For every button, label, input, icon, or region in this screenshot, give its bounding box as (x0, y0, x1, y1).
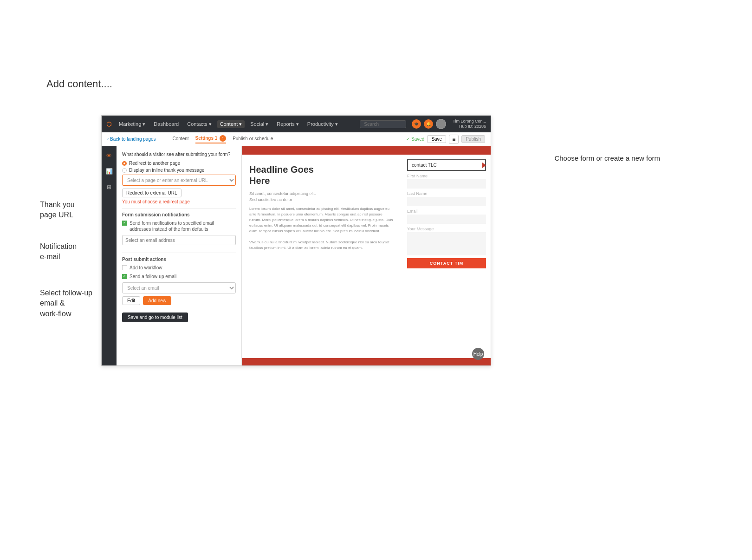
settings-panel: What should a visitor see after submitti… (117, 146, 242, 366)
add-new-button[interactable]: Add new (143, 296, 171, 305)
nav-notifications-icon[interactable]: 🔔 (424, 119, 433, 129)
first-name-field (407, 179, 486, 189)
nav-item-social[interactable]: Social ▾ (247, 121, 271, 127)
sidebar-icon-chart[interactable]: 📊 (104, 167, 114, 176)
url-select[interactable]: Select a page or enter an external URL (122, 175, 236, 186)
redirect-radio[interactable] (122, 161, 127, 166)
nav-user-info: Tim Lorong Con... Hub ID: 20286 (453, 119, 486, 129)
message-field (407, 232, 486, 255)
redirect-option[interactable]: Redirect to another page (122, 161, 236, 166)
notifications-checkbox-row[interactable]: ✓ Send form notifications to specified e… (122, 220, 236, 232)
inline-radio[interactable] (122, 168, 127, 173)
preview-content: Headline GoesHere Sit amet, consectetur … (242, 155, 491, 358)
notification-label: Notificatione-mail (40, 241, 77, 262)
preview-panel: Headline GoesHere Sit amet, consectetur … (242, 146, 491, 366)
menu-button[interactable]: ≡ (449, 135, 459, 144)
divider-1 (122, 208, 236, 208)
inline-option[interactable]: Display an inline thank you message (122, 168, 236, 173)
email-field (407, 215, 486, 224)
back-to-landing-pages-link[interactable]: ‹ Back to landing pages (107, 137, 156, 142)
followup-checkbox[interactable]: ✓ (122, 274, 127, 279)
nav-icons: 🎓 🔔 (412, 119, 446, 129)
preview-body: Lorem ipsum dolor sit amet, consectetur … (249, 206, 395, 251)
preview-bottom-bar (242, 358, 491, 366)
form-title-arrow (482, 163, 486, 168)
preview-headline: Headline GoesHere (249, 164, 395, 186)
thank-you-label: Thank youpage URL (40, 200, 75, 221)
publish-button[interactable]: Publish (461, 135, 485, 143)
page-title: Add content.... (46, 78, 112, 90)
nav-bar: ⬡ Marketing ▾ Dashboard Contacts ▾ Conte… (102, 116, 491, 132)
settings-badge: 1 (220, 135, 226, 142)
tab-content[interactable]: Content (173, 136, 189, 142)
divider-2 (122, 253, 236, 253)
nav-avatar[interactable] (436, 119, 446, 129)
workflow-checkbox-row[interactable]: Add to workflow (122, 265, 236, 271)
sidebar-icon-eye[interactable]: 👁 (104, 151, 114, 160)
save-button[interactable]: Save (427, 135, 446, 143)
nav-search-input[interactable] (360, 120, 406, 128)
redirect-external-btn[interactable]: Redirect to external URL (122, 189, 182, 197)
select-followup-label: Select follow-upemail &work-flow (40, 288, 92, 319)
message-label: Your Message (407, 227, 486, 231)
followup-checkbox-row[interactable]: ✓ Send a follow-up email (122, 273, 236, 280)
save-module-button[interactable]: Save and go to module list (122, 313, 188, 322)
tab-publish[interactable]: Publish or schedule (233, 136, 273, 142)
help-button[interactable]: Help (472, 348, 484, 360)
preview-top-bar (242, 146, 491, 155)
nav-item-marketing[interactable]: Marketing ▾ (116, 121, 148, 127)
email-select[interactable]: Select an email (122, 282, 236, 293)
saved-indicator: ✓ Saved (406, 137, 424, 142)
first-name-label: First Name (407, 174, 486, 178)
last-name-field (407, 197, 486, 206)
nav-item-productivity[interactable]: Productivity ▾ (305, 121, 341, 127)
email-label: Email (407, 209, 486, 214)
email-action-buttons: Edit Add new (122, 296, 236, 305)
form-title-bar: contact TLC (407, 159, 486, 171)
notifications-checkbox[interactable]: ✓ (122, 221, 127, 226)
tab-settings[interactable]: Settings 1 1 (195, 135, 227, 143)
main-content: 👁 📊 ⊞ What should a visitor see after su… (102, 146, 491, 366)
nav-item-dashboard[interactable]: Dashboard (151, 121, 182, 127)
preview-text-column: Headline GoesHere Sit amet, consectetur … (242, 155, 402, 358)
nav-item-reports[interactable]: Reports ▾ (274, 121, 302, 127)
workflow-checkbox[interactable] (122, 265, 127, 270)
edit-button[interactable]: Edit (122, 296, 140, 305)
sidebar-icons: 👁 📊 ⊞ (102, 146, 117, 366)
choose-form-note: Choose form or create a new form (554, 153, 660, 164)
form-submit-button[interactable]: CONTACT TIM (407, 258, 486, 268)
browser-screenshot: ⬡ Marketing ▾ Dashboard Contacts ▾ Conte… (101, 115, 491, 366)
visitor-question: What should a visitor see after submitti… (122, 152, 236, 157)
email-address-input[interactable] (122, 235, 236, 245)
notifications-title: Form submission notifications (122, 212, 236, 217)
preview-form-column: contact TLC First Name Last Name Email Y… (402, 155, 491, 358)
sidebar-icon-module[interactable]: ⊞ (104, 182, 114, 192)
sub-nav: ‹ Back to landing pages Content Settings… (102, 132, 491, 146)
nav-logo: ⬡ (106, 121, 111, 128)
last-name-label: Last Name (407, 191, 486, 196)
nav-icon-circle-1: 🎓 (412, 119, 421, 129)
sub-nav-actions: ✓ Saved Save ≡ Publish (406, 135, 485, 144)
nav-item-contacts[interactable]: Contacts ▾ (184, 121, 214, 127)
post-submit-title: Post submit actions (122, 257, 236, 262)
preview-subtext: Sit amet, consectetur adipiscing elit.Se… (249, 191, 395, 202)
nav-item-content[interactable]: Content ▾ (217, 120, 245, 128)
error-message: You must choose a redirect page (122, 199, 236, 204)
